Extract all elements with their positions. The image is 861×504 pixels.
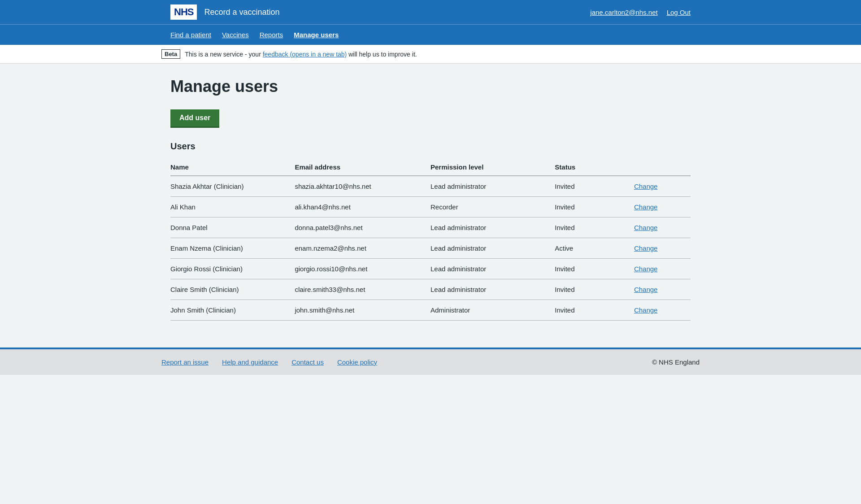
- nav-link-reports[interactable]: Reports: [260, 25, 291, 45]
- user-permission: Lead administrator: [430, 238, 555, 259]
- user-name: Giorgio Rossi (Clinician): [170, 259, 295, 279]
- header-brand: NHS Record a vaccination: [170, 4, 280, 20]
- user-email: enam.nzema2@nhs.net: [295, 238, 430, 259]
- user-permission: Lead administrator: [430, 217, 555, 238]
- user-status: Invited: [555, 259, 634, 279]
- user-status: Invited: [555, 197, 634, 217]
- table-row: Giorgio Rossi (Clinician)giorgio.rossi10…: [170, 259, 691, 279]
- user-action: Change: [634, 238, 691, 259]
- user-email: claire.smith33@nhs.net: [295, 279, 430, 300]
- user-status: Invited: [555, 176, 634, 197]
- col-header-permission: Permission level: [430, 159, 555, 176]
- add-user-button[interactable]: Add user: [170, 109, 219, 128]
- change-user-link[interactable]: Change: [634, 224, 658, 231]
- user-name: Shazia Akhtar (Clinician): [170, 176, 295, 197]
- user-name: Enam Nzema (Clinician): [170, 238, 295, 259]
- feedback-link[interactable]: feedback (opens in a new tab): [263, 51, 347, 58]
- beta-message: This is a new service - your feedback (o…: [185, 51, 417, 58]
- user-action: Change: [634, 259, 691, 279]
- header-title: Record a vaccination: [204, 8, 279, 17]
- user-name: Ali Khan: [170, 197, 295, 217]
- user-status: Invited: [555, 279, 634, 300]
- footer-link-contact-us[interactable]: Contact us: [291, 358, 324, 366]
- user-permission: Lead administrator: [430, 279, 555, 300]
- col-header-status: Status: [555, 159, 634, 176]
- footer-links: Report an issueHelp and guidanceContact …: [161, 358, 377, 366]
- user-action: Change: [634, 197, 691, 217]
- table-row: Claire Smith (Clinician)claire.smith33@n…: [170, 279, 691, 300]
- header-user-area: jane.carlton2@nhs.net Log Out: [590, 9, 691, 16]
- user-name: Claire Smith (Clinician): [170, 279, 295, 300]
- change-user-link[interactable]: Change: [634, 286, 658, 293]
- footer: Report an issueHelp and guidanceContact …: [0, 348, 861, 375]
- user-permission: Lead administrator: [430, 176, 555, 197]
- table-row: Ali Khanali.khan4@nhs.netRecorderInvited…: [170, 197, 691, 217]
- footer-link-help-and-guidance[interactable]: Help and guidance: [222, 358, 278, 366]
- beta-tag: Beta: [161, 49, 180, 59]
- table-row: Shazia Akhtar (Clinician)shazia.akhtar10…: [170, 176, 691, 197]
- footer-link-report-an-issue[interactable]: Report an issue: [161, 358, 209, 366]
- change-user-link[interactable]: Change: [634, 306, 658, 314]
- col-header-email: Email address: [295, 159, 430, 176]
- user-action: Change: [634, 217, 691, 238]
- user-email-link[interactable]: jane.carlton2@nhs.net: [590, 9, 657, 16]
- user-email: john.smith@nhs.net: [295, 300, 430, 321]
- nav-link-vaccines[interactable]: Vaccines: [222, 25, 256, 45]
- nav-link-find-a-patient[interactable]: Find a patient: [170, 25, 218, 45]
- user-email: donna.patel3@nhs.net: [295, 217, 430, 238]
- user-permission: Administrator: [430, 300, 555, 321]
- main-nav: Find a patientVaccinesReportsManage user…: [0, 24, 861, 45]
- beta-banner: Beta This is a new service - your feedba…: [0, 45, 861, 64]
- change-user-link[interactable]: Change: [634, 203, 658, 211]
- user-status: Invited: [555, 300, 634, 321]
- change-user-link[interactable]: Change: [634, 265, 658, 273]
- logout-link[interactable]: Log Out: [667, 9, 691, 16]
- user-status: Invited: [555, 217, 634, 238]
- user-action: Change: [634, 279, 691, 300]
- nav-link-manage-users[interactable]: Manage users: [294, 25, 346, 45]
- user-action: Change: [634, 176, 691, 197]
- header: NHS Record a vaccination jane.carlton2@n…: [0, 0, 861, 45]
- user-email: giorgio.rossi10@nhs.net: [295, 259, 430, 279]
- user-status: Active: [555, 238, 634, 259]
- user-name: Donna Patel: [170, 217, 295, 238]
- col-header-name: Name: [170, 159, 295, 176]
- user-email: shazia.akhtar10@nhs.net: [295, 176, 430, 197]
- col-header-action: [634, 159, 691, 176]
- user-email: ali.khan4@nhs.net: [295, 197, 430, 217]
- change-user-link[interactable]: Change: [634, 182, 658, 190]
- page-title: Manage users: [170, 77, 691, 96]
- footer-copyright: © NHS England: [652, 358, 700, 366]
- table-row: Enam Nzema (Clinician)enam.nzema2@nhs.ne…: [170, 238, 691, 259]
- footer-link-cookie-policy[interactable]: Cookie policy: [337, 358, 377, 366]
- user-permission: Recorder: [430, 197, 555, 217]
- nhs-logo: NHS: [170, 4, 197, 20]
- users-section-title: Users: [170, 141, 691, 152]
- user-permission: Lead administrator: [430, 259, 555, 279]
- users-table: Name Email address Permission level Stat…: [170, 159, 691, 321]
- user-action: Change: [634, 300, 691, 321]
- user-name: John Smith (Clinician): [170, 300, 295, 321]
- main-content: Manage users Add user Users Name Email a…: [161, 64, 700, 348]
- change-user-link[interactable]: Change: [634, 244, 658, 252]
- table-row: Donna Pateldonna.patel3@nhs.netLead admi…: [170, 217, 691, 238]
- table-row: John Smith (Clinician)john.smith@nhs.net…: [170, 300, 691, 321]
